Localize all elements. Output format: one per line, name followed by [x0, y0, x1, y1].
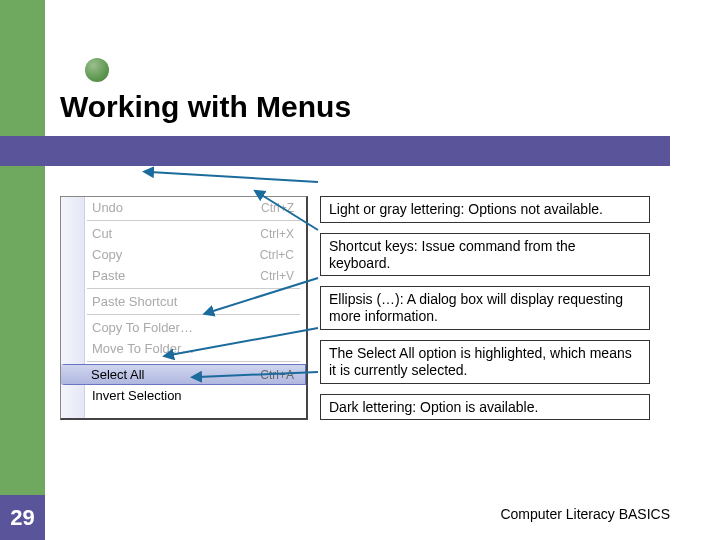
menu-item-cut[interactable]: CutCtrl+X	[61, 223, 306, 244]
menu-separator	[87, 220, 300, 221]
menu-item-undo[interactable]: UndoCtrl+Z	[61, 197, 306, 218]
menu-item-label: Move To Folder…	[92, 341, 194, 356]
menu-item-shortcut: Ctrl+X	[260, 227, 294, 241]
menu-item-copy[interactable]: CopyCtrl+C	[61, 244, 306, 265]
bullet-dot-icon	[85, 58, 109, 82]
menu-item-invert-selection[interactable]: Invert Selection	[61, 385, 306, 406]
slide-title: Working with Menus	[60, 90, 700, 124]
menu-separator	[87, 288, 300, 289]
menu-item-label: Cut	[92, 226, 112, 241]
slide-content: Working with Menus UndoCtrl+ZCutCtrl+XCo…	[60, 90, 700, 420]
menu-item-paste-shortcut[interactable]: Paste Shortcut	[61, 291, 306, 312]
menu-item-shortcut: Ctrl+Z	[261, 201, 294, 215]
menu-item-label: Undo	[92, 200, 123, 215]
callout-highlighted: The Select All option is highlighted, wh…	[320, 340, 650, 384]
menu-separator	[87, 361, 300, 362]
menu-item-select-all[interactable]: Select AllCtrl+A	[61, 364, 306, 385]
callouts: Light or gray lettering: Options not ava…	[320, 196, 650, 420]
callout-shortcut-keys: Shortcut keys: Issue command from the ke…	[320, 233, 650, 277]
menu-item-shortcut: Ctrl+A	[260, 368, 294, 382]
menu-item-copy-to-folder[interactable]: Copy To Folder…	[61, 317, 306, 338]
menu-item-label: Select All	[91, 367, 144, 382]
main-row: UndoCtrl+ZCutCtrl+XCopyCtrl+CPasteCtrl+V…	[60, 196, 700, 420]
page-number: 29	[0, 495, 45, 540]
title-underline	[0, 136, 670, 166]
side-band	[0, 0, 45, 540]
callout-ellipsis: Ellipsis (…): A dialog box will display …	[320, 286, 650, 330]
menu-item-label: Invert Selection	[92, 388, 182, 403]
menu-item-shortcut: Ctrl+C	[260, 248, 294, 262]
callout-dark-lettering: Dark lettering: Option is available.	[320, 394, 650, 421]
menu-item-label: Paste Shortcut	[92, 294, 177, 309]
menu-item-move-to-folder[interactable]: Move To Folder…	[61, 338, 306, 359]
menu-item-label: Paste	[92, 268, 125, 283]
menu-mock: UndoCtrl+ZCutCtrl+XCopyCtrl+CPasteCtrl+V…	[60, 196, 308, 420]
menu-separator	[87, 314, 300, 315]
arrow-to-undo	[150, 172, 318, 182]
footer-text: Computer Literacy BASICS	[500, 506, 670, 522]
menu-item-shortcut: Ctrl+V	[260, 269, 294, 283]
menu-item-label: Copy	[92, 247, 122, 262]
callout-gray-lettering: Light or gray lettering: Options not ava…	[320, 196, 650, 223]
menu-item-paste[interactable]: PasteCtrl+V	[61, 265, 306, 286]
menu-item-label: Copy To Folder…	[92, 320, 193, 335]
